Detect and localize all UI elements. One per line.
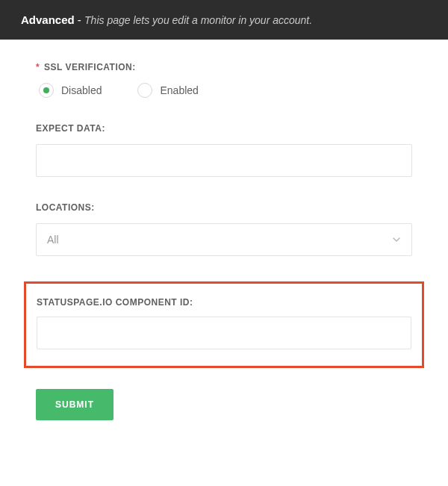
ssl-label-text: SSL VERIFICATION: (44, 62, 136, 72)
submit-button[interactable]: SUBMIT (36, 389, 113, 420)
locations-group: LOCATIONS: All (36, 202, 412, 256)
ssl-enabled-label: Enabled (160, 84, 198, 96)
ssl-verification-label: * SSL VERIFICATION: (36, 62, 412, 72)
ssl-radio-row: Disabled Enabled (39, 83, 412, 98)
header-separator: - (75, 13, 84, 26)
header-subtitle: This page lets you edit a monitor in you… (84, 14, 312, 26)
locations-select[interactable]: All (36, 223, 412, 256)
locations-label: LOCATIONS: (36, 202, 412, 213)
form-content: * SSL VERIFICATION: Disabled Enabled EXP… (0, 40, 448, 420)
radio-icon (137, 83, 152, 98)
expect-data-input[interactable] (36, 144, 412, 177)
ssl-verification-group: * SSL VERIFICATION: Disabled Enabled (36, 62, 412, 98)
expect-data-group: EXPECT DATA: (36, 123, 412, 177)
chevron-down-icon (392, 235, 401, 244)
ssl-radio-enabled[interactable]: Enabled (137, 83, 198, 98)
ssl-disabled-label: Disabled (61, 84, 102, 96)
page-header: Advanced - This page lets you edit a mon… (0, 0, 448, 40)
statuspage-label: STATUSPAGE.IO COMPONENT ID: (37, 297, 411, 308)
ssl-radio-disabled[interactable]: Disabled (39, 83, 102, 98)
header-title: Advanced (21, 13, 75, 26)
locations-selected-text: All (47, 234, 59, 246)
radio-icon (39, 83, 54, 98)
statuspage-component-input[interactable] (37, 317, 411, 349)
expect-data-label: EXPECT DATA: (36, 123, 412, 134)
required-star: * (36, 62, 40, 72)
statuspage-highlight: STATUSPAGE.IO COMPONENT ID: (24, 281, 424, 368)
